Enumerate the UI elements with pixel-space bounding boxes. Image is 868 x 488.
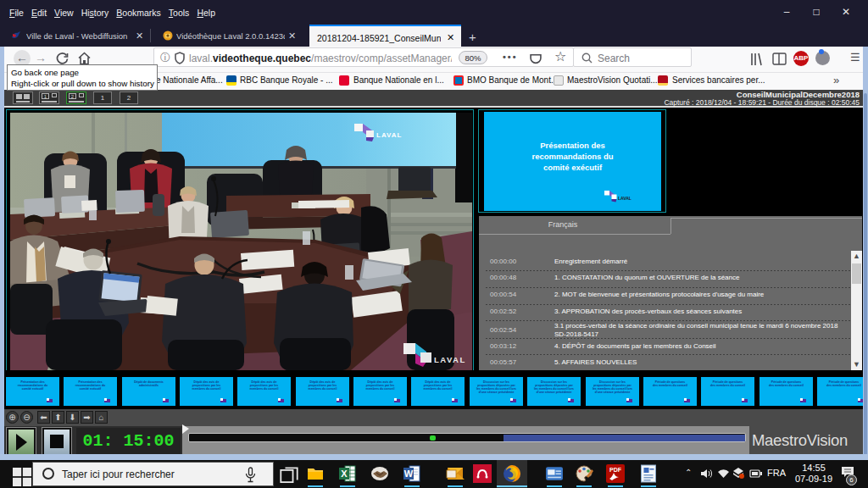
svg-text:W: W <box>404 469 414 479</box>
svg-text:LAVAL: LAVAL <box>376 131 402 139</box>
svg-text:X: X <box>341 469 348 479</box>
svg-text:LAVAL: LAVAL <box>434 355 466 364</box>
svg-text:LAVAL: LAVAL <box>618 196 632 201</box>
svg-text:PDF: PDF <box>609 467 622 473</box>
